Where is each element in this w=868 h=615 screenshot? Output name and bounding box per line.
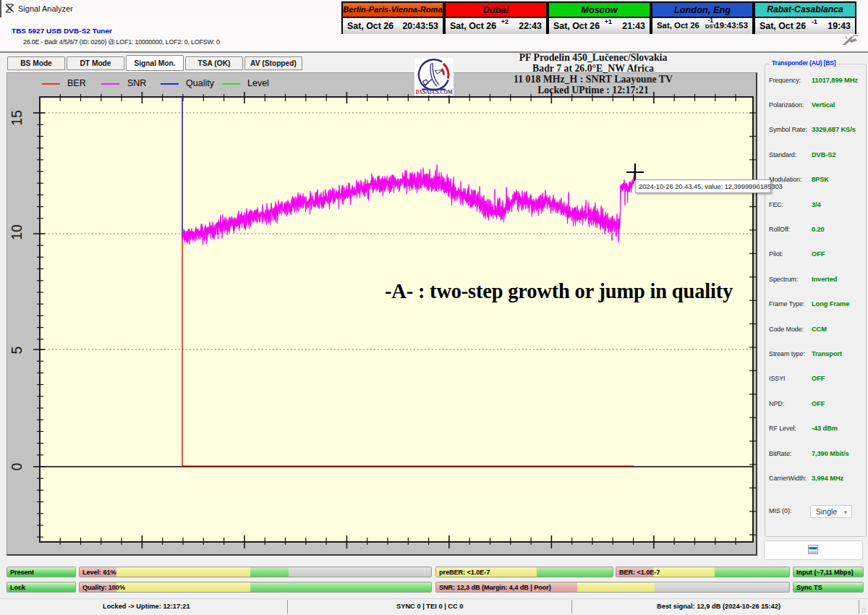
- svg-text:DXSATCS.COM: DXSATCS.COM: [416, 88, 453, 96]
- svg-text:10: 10: [9, 224, 25, 240]
- svg-text:5: 5: [9, 346, 25, 354]
- svg-text:0: 0: [9, 462, 25, 470]
- svg-text:15: 15: [9, 110, 25, 126]
